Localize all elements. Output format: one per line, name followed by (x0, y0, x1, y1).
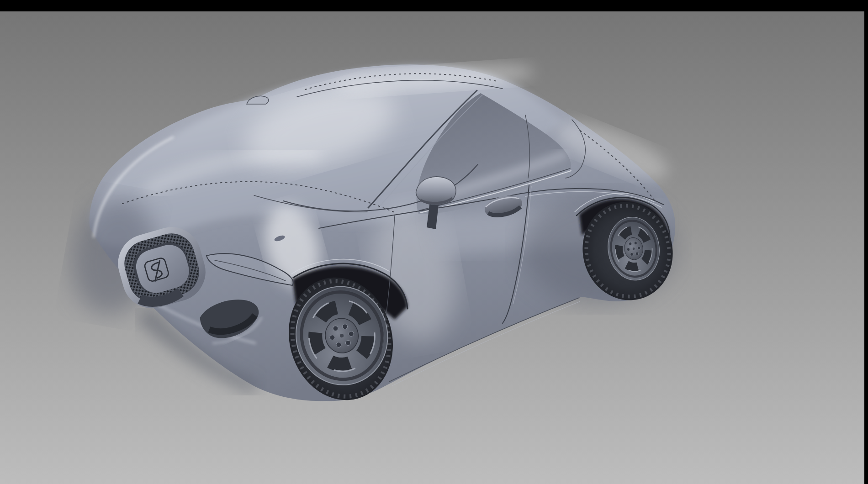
letterbox-top-bar (0, 0, 868, 11)
letterbox-right-bar (864, 0, 868, 484)
application-window (0, 0, 868, 484)
